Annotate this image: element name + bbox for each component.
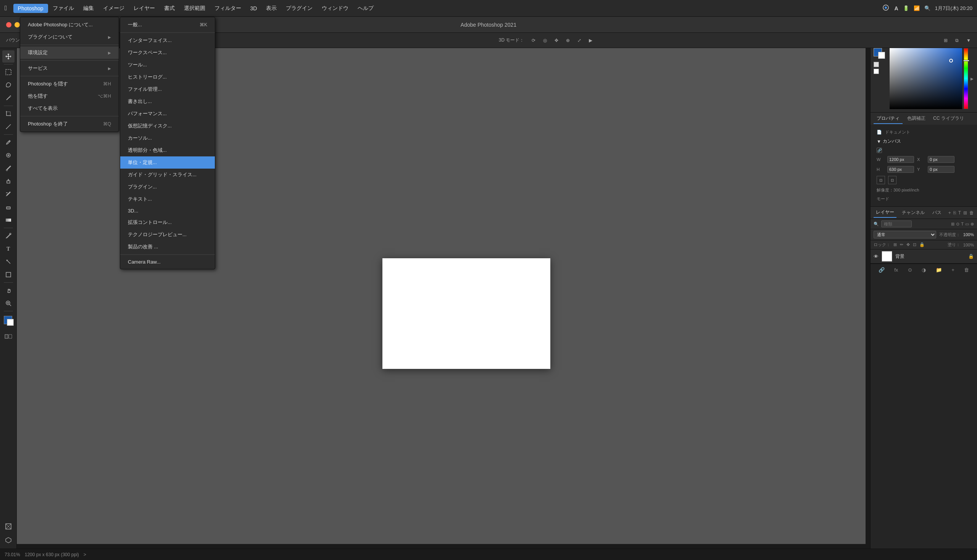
canvas-size-icon-h[interactable]: ⊡ <box>888 176 897 184</box>
menu-show-all[interactable]: すべてを表示 <box>20 102 119 115</box>
tab-properties[interactable]: プロパティ <box>873 114 903 124</box>
layers-delete-btn[interactable]: 🗑 <box>964 267 969 273</box>
menu-type[interactable]: 書式 <box>160 3 179 13</box>
menu-photoshop[interactable]: Photoshop <box>13 4 48 13</box>
vertical-scrollbar[interactable] <box>865 48 870 544</box>
toolbar-3d-scale[interactable]: ⤢ <box>575 36 584 45</box>
filter-smart[interactable]: ⊗ <box>970 222 974 227</box>
toolbar-3d-video[interactable]: ▶ <box>586 36 595 45</box>
tool-crop[interactable] <box>2 108 15 120</box>
layer-row-background[interactable]: 👁 背景 🔒 <box>870 250 977 263</box>
menu-image[interactable]: イメージ <box>99 3 129 13</box>
tool-text[interactable]: T <box>2 243 15 255</box>
blend-mode-select[interactable]: 通常 <box>873 231 936 238</box>
menu-view[interactable]: 表示 <box>261 3 281 13</box>
layers-trash-btn[interactable]: 🗑 <box>969 210 974 215</box>
toolbar-arrange[interactable]: ⧉ <box>952 36 962 45</box>
menu-quit-photoshop[interactable]: Photoshop を終了 ⌘Q <box>20 118 119 130</box>
tool-brush[interactable] <box>2 162 15 174</box>
tool-path-select[interactable] <box>2 256 15 268</box>
prefs-history-log[interactable]: ヒストリーログ... <box>120 71 215 83</box>
filter-shape[interactable]: ▭ <box>965 222 969 227</box>
y-input[interactable] <box>928 166 954 173</box>
tab-layers[interactable]: レイヤー <box>873 208 897 218</box>
tool-healing[interactable] <box>2 149 15 162</box>
toolbar-3d-pan[interactable]: ✥ <box>551 36 561 45</box>
tool-marquee[interactable] <box>2 66 15 78</box>
layers-fx-btn[interactable]: fx <box>894 267 898 273</box>
filter-adjust[interactable]: ⊙ <box>956 222 959 227</box>
search-icon[interactable]: 🔍 <box>924 5 930 11</box>
x-input[interactable] <box>928 156 954 163</box>
lock-position[interactable]: ✥ <box>907 242 910 247</box>
color-expand-btn[interactable]: ▶ <box>970 48 974 109</box>
canvas-size-icon-w[interactable]: ⊡ <box>877 176 885 184</box>
tool-hand[interactable] <box>2 284 15 297</box>
menu-about-photoshop[interactable]: Adobe Photoshop について... <box>20 19 119 31</box>
close-button[interactable] <box>6 22 12 27</box>
layers-add-btn[interactable]: + <box>949 210 951 215</box>
prefs-improve-products[interactable]: 製品の改善 ... <box>120 241 215 253</box>
layers-search-input[interactable] <box>881 220 912 227</box>
tool-frame[interactable] <box>2 520 15 533</box>
prefs-plugins[interactable]: プラグイン... <box>120 181 215 193</box>
menu-filter[interactable]: フィルター <box>210 3 246 13</box>
prefs-file-handling[interactable]: ファイル管理... <box>120 83 215 95</box>
menu-3d[interactable]: 3D <box>246 4 262 13</box>
menu-services[interactable]: サービス <box>20 62 119 74</box>
prefs-tools[interactable]: ツール... <box>120 59 215 71</box>
tool-eyedropper[interactable] <box>2 136 15 148</box>
layers-group2-btn[interactable]: 📁 <box>936 267 942 273</box>
tool-gradient[interactable] <box>2 214 15 226</box>
prefs-scratch-disks[interactable]: 仮想記憶ディスク... <box>120 120 215 132</box>
tab-paths[interactable]: パス <box>930 208 944 217</box>
layers-text-btn[interactable]: T <box>958 210 961 215</box>
tool-pen[interactable] <box>2 230 15 242</box>
tool-measure[interactable] <box>2 120 15 133</box>
background-color[interactable] <box>7 319 14 326</box>
apple-logo[interactable]:  <box>5 4 7 12</box>
tool-magic-wand[interactable] <box>2 92 15 104</box>
tool-history-brush[interactable] <box>2 188 15 200</box>
hue-slider[interactable] <box>964 48 968 109</box>
prefs-transparency[interactable]: 透明部分・色域... <box>120 144 215 157</box>
tool-shape[interactable] <box>2 268 15 281</box>
menu-layer[interactable]: レイヤー <box>129 3 160 13</box>
height-input[interactable] <box>887 166 914 173</box>
prefs-export[interactable]: 書き出し... <box>120 95 215 108</box>
prefs-guides-grid[interactable]: ガイド・グリッド・スライス... <box>120 168 215 181</box>
color-gradient-box[interactable] <box>890 48 962 109</box>
tool-lasso[interactable] <box>2 79 15 91</box>
toolbar-3d-slide[interactable]: ⊕ <box>563 36 573 45</box>
tool-move[interactable] <box>2 50 15 63</box>
filter-pixel[interactable]: ⊞ <box>951 222 954 227</box>
tool-edit-in-quick-mask[interactable] <box>2 330 15 343</box>
layers-link-btn[interactable]: 🔗 <box>878 267 885 273</box>
tab-cc-libraries[interactable]: CC ライブラリ <box>930 114 967 124</box>
lock-artboard[interactable]: ⊡ <box>913 242 916 247</box>
toolbar-3d-rotate[interactable]: ⟳ <box>529 36 538 45</box>
prefs-enhanced-controls[interactable]: 拡張コントロール... <box>120 216 215 228</box>
layers-adjust-btn[interactable]: ◑ <box>922 267 926 273</box>
menu-select[interactable]: 選択範囲 <box>179 3 210 13</box>
menu-about-plugins[interactable]: プラグインについて <box>20 31 119 43</box>
prefs-camera-raw[interactable]: Camera Raw... <box>120 257 215 267</box>
prefs-cursors[interactable]: カーソル... <box>120 132 215 144</box>
menu-file[interactable]: ファイル <box>48 3 78 13</box>
tool-zoom[interactable] <box>2 297 15 309</box>
lock-gradient[interactable]: ✏ <box>900 242 904 247</box>
prefs-workspace[interactable]: ワークスペース... <box>120 47 215 59</box>
width-input[interactable] <box>887 156 914 163</box>
layers-group-btn[interactable]: ⊞ <box>963 210 967 215</box>
status-arrow[interactable]: > <box>84 552 86 557</box>
prefs-units-rulers[interactable]: 単位・定規... <box>120 157 215 168</box>
prefs-3d[interactable]: 3D... <box>120 205 215 216</box>
toolbar-3d-orbit[interactable]: ◎ <box>540 36 550 45</box>
tool-stamp[interactable] <box>2 175 15 187</box>
layer-vis-eye[interactable]: 👁 <box>873 254 878 259</box>
link-icon[interactable]: 🔗 <box>877 148 882 153</box>
lock-pixel[interactable]: ⊞ <box>893 242 897 247</box>
lock-all[interactable]: 🔒 <box>919 242 925 247</box>
horizontal-scrollbar[interactable] <box>17 544 870 548</box>
layers-new-btn[interactable]: + <box>952 267 954 273</box>
